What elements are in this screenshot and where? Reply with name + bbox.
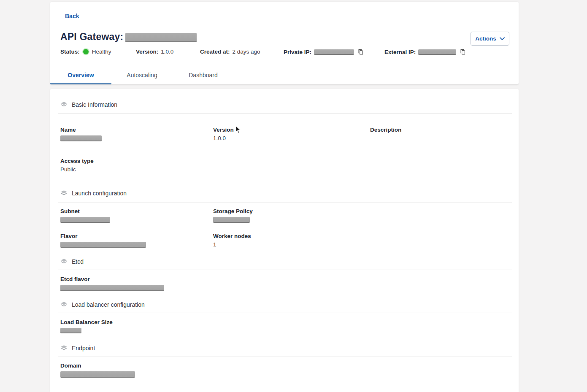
- section-header-etcd: Etcd: [60, 258, 84, 265]
- field-domain: Domain: [60, 362, 213, 379]
- section-title: Basic Information: [72, 101, 117, 108]
- section-header-basic-information: Basic Information: [60, 101, 117, 108]
- field-label: Load Balancer Size: [60, 319, 213, 325]
- section-header-endpoint: Endpoint: [60, 344, 95, 351]
- field-access-type: Access type Public: [60, 158, 213, 173]
- status-healthy-dot-icon: [83, 49, 89, 54]
- version-label: Version:: [136, 49, 158, 55]
- created-at-value: 2 days ago: [233, 49, 260, 55]
- private-ip-label: Private IP:: [284, 49, 311, 55]
- field-label: Name: [60, 127, 213, 133]
- redacted-value: [213, 217, 250, 223]
- section-header-load-balancer-configuration: Load balancer configuration: [60, 301, 145, 308]
- field-label: Storage Policy: [213, 208, 370, 214]
- field-label: Flavor: [60, 233, 213, 239]
- section-divider: [58, 313, 512, 313]
- layers-icon: [60, 189, 68, 197]
- section-title: Endpoint: [72, 345, 95, 351]
- field-value: [370, 135, 509, 142]
- field-value: 1: [213, 241, 370, 248]
- status-group: Status: Healthy: [60, 49, 111, 55]
- layers-icon: [60, 101, 68, 108]
- field-storage-policy: Storage Policy: [213, 208, 370, 224]
- tab-overview[interactable]: Overview: [50, 66, 111, 84]
- section-divider: [58, 270, 512, 270]
- redacted-private-ip: [314, 49, 354, 55]
- field-row: Access type Public: [60, 158, 509, 173]
- section-title: Etcd: [72, 258, 84, 265]
- field-subnet: Subnet: [60, 208, 213, 224]
- field-label: Subnet: [60, 208, 213, 214]
- status-label: Status:: [60, 49, 80, 55]
- field-row: Flavor Worker nodes 1: [60, 233, 509, 249]
- layers-icon: [60, 344, 68, 351]
- redacted-external-ip: [418, 49, 456, 55]
- field-row: Etcd flavor: [60, 276, 509, 293]
- field-label: Domain: [60, 362, 213, 369]
- tab-dashboard[interactable]: Dashboard: [173, 66, 234, 84]
- redacted-value: [60, 217, 110, 223]
- title-row: API Gateway:: [60, 31, 197, 43]
- field-description: Description: [370, 127, 509, 143]
- field-label: Worker nodes: [213, 233, 370, 239]
- field-load-balancer-size: Load Balancer Size: [60, 319, 213, 335]
- layers-icon: [60, 301, 68, 308]
- actions-button-label: Actions: [475, 35, 496, 42]
- redacted-value: [60, 135, 102, 141]
- overview-content-card: Basic Information Name Version 1.0.0 Des…: [50, 89, 519, 392]
- redacted-value: [60, 285, 164, 291]
- field-name: Name: [60, 127, 213, 143]
- field-row: Subnet Storage Policy: [60, 208, 509, 224]
- section-title: Load balancer configuration: [72, 301, 145, 308]
- actions-button[interactable]: Actions: [471, 32, 509, 46]
- section-divider: [58, 113, 512, 114]
- field-flavor: Flavor: [60, 233, 213, 249]
- external-ip-group: External IP:: [384, 49, 466, 55]
- redacted-value: [60, 328, 81, 333]
- private-ip-group: Private IP:: [284, 49, 364, 55]
- created-at-label: Created at:: [200, 49, 230, 55]
- copy-icon[interactable]: [460, 49, 466, 55]
- field-value: 1.0.0: [213, 135, 370, 142]
- section-title: Launch configuration: [72, 190, 127, 197]
- field-label: Etcd flavor: [60, 276, 213, 282]
- page-title: API Gateway:: [60, 31, 123, 43]
- field-row: Name Version 1.0.0 Description: [60, 127, 509, 143]
- chevron-down-icon: [500, 37, 505, 41]
- field-row: Domain: [60, 362, 509, 379]
- redacted-value: [60, 371, 135, 378]
- field-row: Load Balancer Size: [60, 319, 509, 335]
- field-label: Description: [370, 127, 509, 133]
- version-group: Version: 1.0.0: [136, 49, 173, 55]
- field-label: Version: [213, 127, 370, 133]
- field-worker-nodes: Worker nodes 1: [213, 233, 370, 249]
- field-version: Version 1.0.0: [213, 127, 370, 143]
- layers-icon: [60, 258, 68, 265]
- created-group: Created at: 2 days ago: [200, 49, 260, 55]
- field-etcd-flavor: Etcd flavor: [60, 276, 213, 293]
- active-tab-indicator: [50, 83, 111, 84]
- redacted-gateway-name: [125, 33, 197, 42]
- section-divider: [58, 357, 512, 357]
- back-button[interactable]: Back: [65, 13, 79, 19]
- tabs-row: Overview Autoscaling Dashboard: [50, 66, 234, 84]
- status-value: Healthy: [92, 49, 111, 55]
- field-value: Public: [60, 166, 213, 173]
- section-divider: [58, 203, 512, 203]
- meta-row: Status: Healthy Version: 1.0.0 Created a…: [60, 49, 509, 56]
- field-label: Access type: [60, 158, 213, 164]
- page: { "header": { "back": "Back", "title": "…: [0, 0, 587, 392]
- redacted-value: [60, 242, 146, 248]
- copy-icon[interactable]: [357, 49, 364, 55]
- header-card: Back API Gateway: Actions Status: Health…: [50, 2, 519, 84]
- external-ip-label: External IP:: [384, 49, 416, 55]
- tab-autoscaling[interactable]: Autoscaling: [111, 66, 173, 84]
- version-value: 1.0.0: [161, 49, 173, 55]
- section-header-launch-configuration: Launch configuration: [60, 189, 127, 197]
